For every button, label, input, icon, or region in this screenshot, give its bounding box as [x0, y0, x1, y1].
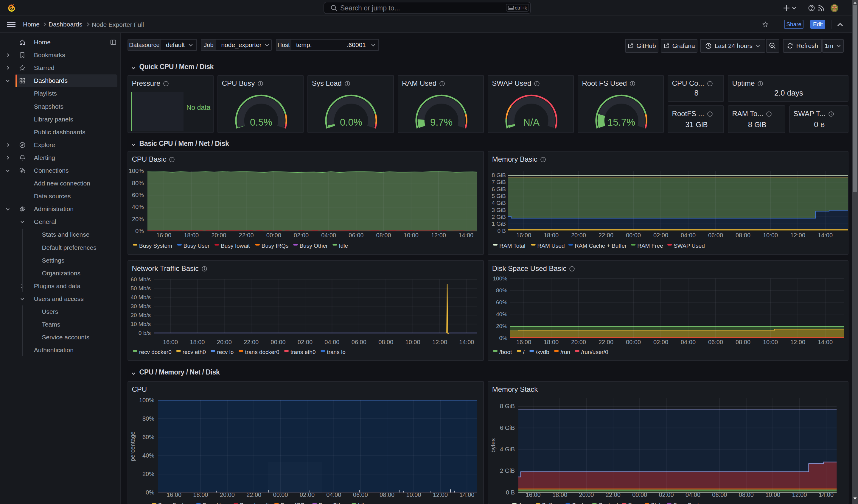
svg-text:Busy Other: Busy Other	[318, 502, 347, 504]
svg-text:Busy Iowait: Busy Iowait	[221, 243, 250, 249]
svg-text:30 Mb/s: 30 Mb/s	[130, 303, 151, 309]
svg-text:2 GiB: 2 GiB	[492, 214, 506, 220]
svg-text:4 GiB: 4 GiB	[492, 200, 506, 206]
svg-text:14:00: 14:00	[459, 491, 474, 498]
svg-text:02:00: 02:00	[298, 339, 313, 345]
svg-text:14:00: 14:00	[818, 232, 833, 239]
svg-text:2 GiB: 2 GiB	[500, 467, 515, 474]
svg-text:8 GiB: 8 GiB	[492, 172, 506, 178]
svg-text:Busy System: Busy System	[158, 502, 191, 504]
svg-text:10:00: 10:00	[763, 232, 778, 239]
svg-text:08:00: 08:00	[739, 491, 754, 498]
svg-text:02:00: 02:00	[653, 232, 668, 239]
svg-text:10 Mb/s: 10 Mb/s	[130, 321, 151, 327]
svg-text:06:00: 06:00	[708, 232, 723, 239]
svg-text:100%: 100%	[493, 275, 508, 282]
svg-text:60%: 60%	[132, 192, 144, 198]
svg-text:02:00: 02:00	[294, 232, 308, 239]
svg-text:RAM Total: RAM Total	[499, 243, 525, 249]
svg-text:/: /	[523, 349, 525, 355]
svg-text:08:00: 08:00	[380, 491, 394, 498]
svg-text:Cache: Cache	[572, 502, 588, 504]
svg-text:Busy User: Busy User	[203, 502, 229, 504]
svg-text:12:00: 12:00	[790, 232, 805, 239]
svg-text:bytes: bytes	[490, 438, 496, 453]
svg-text:80%: 80%	[496, 287, 507, 294]
svg-text:0%: 0%	[135, 228, 144, 234]
svg-text:18:00: 18:00	[184, 232, 199, 239]
svg-text:12:00: 12:00	[431, 232, 446, 239]
svg-text:40%: 40%	[132, 204, 144, 210]
svg-text:40%: 40%	[142, 452, 154, 459]
svg-text:0%: 0%	[146, 489, 154, 496]
svg-text:3 GiB: 3 GiB	[492, 207, 506, 213]
svg-text:50 Mb/s: 50 Mb/s	[130, 285, 151, 291]
svg-text:8 GiB: 8 GiB	[500, 403, 515, 409]
svg-text:N/A: N/A	[523, 117, 540, 128]
svg-text:RAM Free: RAM Free	[637, 243, 664, 249]
svg-text:16:00: 16:00	[166, 491, 181, 498]
svg-text:16:00: 16:00	[516, 232, 531, 239]
svg-text:16:00: 16:00	[156, 232, 171, 239]
svg-text:20:00: 20:00	[579, 491, 594, 498]
svg-text:22:00: 22:00	[599, 339, 614, 345]
svg-text:trans eth0: trans eth0	[290, 349, 316, 355]
svg-text:recv docker0: recv docker0	[139, 349, 172, 355]
svg-text:08:00: 08:00	[735, 339, 750, 345]
svg-text:Slab: Slab	[651, 502, 662, 504]
svg-text:80%: 80%	[132, 180, 144, 186]
svg-text:06:00: 06:00	[708, 339, 723, 345]
svg-text:/boot: /boot	[499, 349, 512, 355]
svg-text:00:00: 00:00	[626, 232, 641, 239]
svg-text:Free: Free	[628, 502, 640, 504]
svg-text:percentage: percentage	[129, 432, 136, 461]
svg-text:04:00: 04:00	[321, 232, 336, 239]
svg-text:02:00: 02:00	[653, 339, 668, 345]
svg-text:20 Mb/s: 20 Mb/s	[130, 312, 151, 318]
svg-text:6 GiB: 6 GiB	[492, 186, 506, 192]
svg-text:10:00: 10:00	[763, 339, 778, 345]
svg-text:14:00: 14:00	[818, 339, 833, 345]
svg-text:60%: 60%	[496, 299, 507, 306]
svg-text:14:00: 14:00	[459, 339, 474, 345]
svg-text:100%: 100%	[129, 168, 144, 174]
svg-text:10:00: 10:00	[766, 491, 780, 498]
svg-text:18:00: 18:00	[190, 339, 205, 345]
svg-text:12:00: 12:00	[432, 339, 447, 345]
svg-text:0 b/s: 0 b/s	[139, 330, 151, 336]
svg-text:22:00: 22:00	[599, 232, 614, 239]
svg-text:recv lo: recv lo	[217, 349, 234, 355]
svg-text:5 GiB: 5 GiB	[492, 193, 506, 199]
svg-text:10:00: 10:00	[404, 232, 418, 239]
svg-text:Busy Other: Busy Other	[299, 243, 328, 249]
svg-text:RAM Used: RAM Used	[537, 243, 565, 249]
svg-text:Busy User: Busy User	[184, 243, 210, 249]
svg-text:22:00: 22:00	[247, 491, 261, 498]
svg-text:08:00: 08:00	[376, 232, 391, 239]
svg-text:08:00: 08:00	[378, 339, 393, 345]
svg-text:12:00: 12:00	[433, 491, 448, 498]
svg-text:04:00: 04:00	[685, 491, 700, 498]
svg-text:7 GiB: 7 GiB	[492, 179, 506, 185]
svg-text:/xvdb: /xvdb	[536, 349, 550, 355]
svg-text:10:00: 10:00	[406, 339, 420, 345]
svg-text:9.7%: 9.7%	[430, 117, 452, 128]
svg-text:00:00: 00:00	[266, 232, 281, 239]
svg-text:0.5%: 0.5%	[250, 117, 272, 128]
svg-text:0 B: 0 B	[506, 489, 515, 496]
svg-text:22:00: 22:00	[606, 491, 621, 498]
svg-text:4 GiB: 4 GiB	[500, 446, 515, 453]
svg-text:10:00: 10:00	[407, 491, 421, 498]
svg-text:00:00: 00:00	[273, 491, 288, 498]
svg-text:/run: /run	[561, 349, 571, 355]
svg-text:04:00: 04:00	[324, 339, 339, 345]
svg-text:Busy System: Busy System	[139, 243, 172, 249]
svg-text:20%: 20%	[496, 323, 507, 329]
svg-text:02:00: 02:00	[300, 491, 315, 498]
svg-text:14:00: 14:00	[459, 232, 473, 239]
svg-text:16:00: 16:00	[516, 339, 531, 345]
svg-text:04:00: 04:00	[681, 339, 696, 345]
svg-text:22:00: 22:00	[239, 232, 254, 239]
svg-text:Idle: Idle	[358, 502, 367, 504]
svg-text:SwapCache: SwapCache	[673, 502, 704, 504]
